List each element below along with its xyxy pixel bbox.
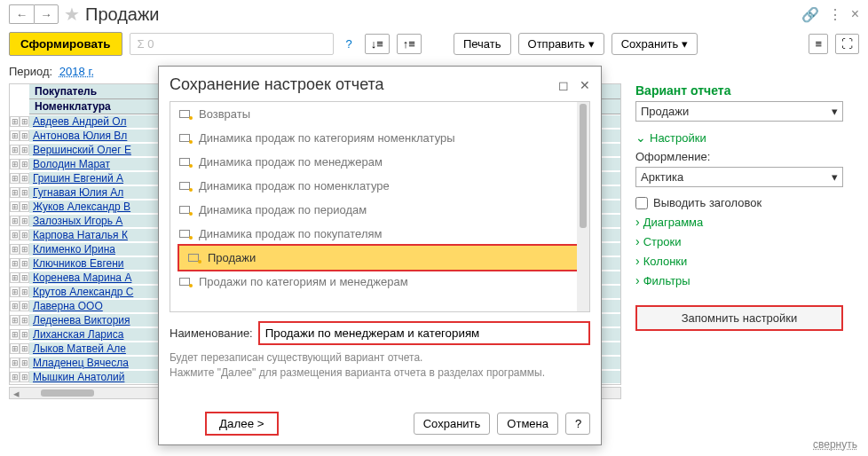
- expand-icon[interactable]: ⊞⊞: [10, 272, 29, 283]
- variant-title: Вариант отчета: [635, 83, 843, 98]
- list-item[interactable]: Продажи по категориям и менеджерам: [170, 270, 589, 294]
- dialog-title: Сохранение настроек отчета: [170, 75, 558, 94]
- expand-icon[interactable]: ⊞⊞: [10, 201, 29, 212]
- print-button[interactable]: Печать: [454, 33, 511, 55]
- expand-icon[interactable]: ⊞⊞: [10, 159, 29, 169]
- variant-list: ВозвратыДинамика продаж по категориям но…: [170, 101, 590, 312]
- expand-icon[interactable]: ⊞⊞: [10, 130, 29, 141]
- list-item[interactable]: Динамика продаж по категориям номенклату…: [170, 126, 589, 150]
- name-input[interactable]: [258, 321, 590, 345]
- expand-icon[interactable]: ⊞⊞: [10, 145, 29, 155]
- expand-icon[interactable]: ⊞⊞: [10, 343, 29, 354]
- report-icon: [179, 206, 192, 215]
- period-label: Период:: [9, 65, 52, 78]
- more-icon[interactable]: ⋮: [828, 6, 842, 23]
- list-item[interactable]: Динамика продаж по номенклатуре: [170, 174, 589, 198]
- sort-desc-button[interactable]: ↑≡: [397, 34, 422, 54]
- report-icon: [179, 158, 192, 167]
- link-icon[interactable]: 🔗: [801, 6, 819, 23]
- format-select[interactable]: Арктика ▾: [635, 167, 843, 187]
- expand-icon[interactable]: ⊞⊞: [10, 187, 29, 198]
- diagram-group[interactable]: Диаграмма: [635, 215, 843, 229]
- report-icon: [179, 182, 192, 191]
- expand-icon[interactable]: ⊞⊞: [10, 173, 29, 184]
- list-item[interactable]: Возвраты: [170, 102, 589, 126]
- columns-group[interactable]: Колонки: [635, 254, 843, 268]
- list-item[interactable]: Динамика продаж по покупателям: [170, 222, 589, 246]
- send-button[interactable]: Отправить ▾: [518, 33, 604, 55]
- rows-group[interactable]: Строки: [635, 234, 843, 248]
- remember-settings-button[interactable]: Запомнить настройки: [635, 305, 843, 331]
- expand-icon[interactable]: ⊞⊞: [10, 230, 29, 240]
- dialog-scrollbar[interactable]: [577, 102, 589, 311]
- expand-icon[interactable]: ⊞⊞: [10, 329, 29, 340]
- dialog-help-button[interactable]: ?: [565, 413, 590, 435]
- show-header-checkbox[interactable]: Выводить заголовок: [635, 196, 843, 209]
- nav-back-button[interactable]: ←: [9, 4, 34, 24]
- filters-group[interactable]: Фильтры: [635, 273, 843, 287]
- report-icon: [188, 254, 201, 263]
- expand-icon[interactable]: ⊞⊞: [10, 372, 29, 382]
- save-settings-dialog: Сохранение настроек отчета ◻ ✕ ВозвратыД…: [158, 66, 602, 445]
- sum-field[interactable]: Σ 0: [130, 33, 334, 55]
- chevron-down-icon: ▾: [588, 37, 595, 51]
- dialog-hint: Будет перезаписан существующий вариант о…: [170, 350, 590, 381]
- format-label: Оформление:: [635, 150, 843, 163]
- nav-forward-button[interactable]: →: [34, 4, 59, 24]
- page-title: Продажи: [85, 4, 160, 25]
- favorite-icon[interactable]: ★: [64, 4, 80, 25]
- expand-icon[interactable]: ⊞⊞: [10, 287, 29, 297]
- collapse-link[interactable]: свернуть: [813, 438, 857, 451]
- report-icon: [179, 230, 192, 239]
- chevron-down-icon: ▾: [682, 37, 688, 51]
- help-button[interactable]: ?: [341, 35, 358, 53]
- name-label: Наименование:: [170, 326, 253, 340]
- dialog-maximize-icon[interactable]: ◻: [558, 78, 569, 92]
- expand-icon[interactable]: ⊞⊞: [10, 244, 29, 255]
- dialog-save-button[interactable]: Сохранить: [414, 413, 491, 435]
- expand-icon[interactable]: ⊞⊞: [10, 315, 29, 326]
- variant-select[interactable]: Продажи ▾: [635, 101, 843, 122]
- save-button[interactable]: Сохранить ▾: [612, 33, 698, 55]
- expand-icon[interactable]: ⊞⊞: [10, 216, 29, 226]
- list-item[interactable]: Динамика продаж по менеджерам: [170, 150, 589, 174]
- dialog-cancel-button[interactable]: Отмена: [497, 413, 558, 435]
- close-icon[interactable]: ×: [851, 6, 859, 22]
- report-icon: [179, 110, 192, 119]
- chevron-down-icon: ▾: [832, 105, 838, 118]
- expand-icon[interactable]: ⊞⊞: [10, 358, 29, 368]
- generate-button[interactable]: Сформировать: [9, 32, 122, 56]
- expand-icon[interactable]: ⊞⊞: [10, 258, 29, 269]
- fullscreen-icon[interactable]: ⛶: [835, 34, 859, 54]
- report-icon: [179, 278, 192, 287]
- list-item[interactable]: Продажи: [178, 244, 580, 271]
- dialog-close-icon[interactable]: ✕: [580, 78, 590, 92]
- settings-group[interactable]: Настройки: [635, 130, 843, 145]
- next-button[interactable]: Далее >: [205, 412, 279, 436]
- expand-icon[interactable]: ⊞⊞: [10, 116, 29, 127]
- chart-icon[interactable]: ≡: [809, 34, 828, 54]
- period-value[interactable]: 2018 г.: [59, 65, 94, 78]
- expand-icon[interactable]: ⊞⊞: [10, 301, 29, 311]
- list-item[interactable]: Динамика продаж по периодам: [170, 198, 589, 222]
- chevron-down-icon: ▾: [832, 170, 838, 184]
- report-icon: [179, 134, 192, 143]
- sort-asc-button[interactable]: ↓≡: [365, 34, 390, 54]
